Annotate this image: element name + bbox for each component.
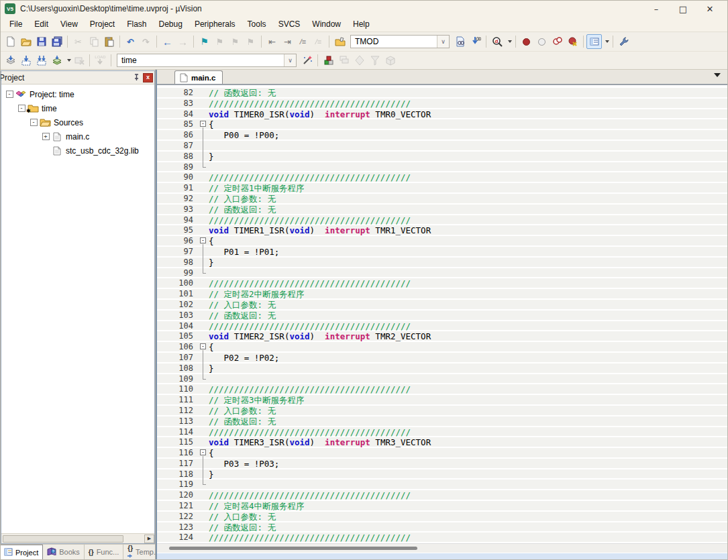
code-line-115[interactable]: 115void TIMER3_ISR(void) interrupt TMR3_…: [157, 437, 727, 448]
navigate-back-button[interactable]: ←: [160, 34, 175, 49]
code-line-124[interactable]: 124/////////////////////////////////////…: [157, 533, 727, 543]
breakpoint-enable-button[interactable]: [534, 34, 550, 49]
target-select-combo[interactable]: time ∨: [117, 54, 297, 67]
menu-tools[interactable]: Tools: [242, 17, 272, 31]
uncomment-button[interactable]: /≡: [311, 34, 326, 49]
menu-window[interactable]: Window: [306, 17, 347, 31]
code-line-106[interactable]: 106-{: [157, 342, 727, 353]
menu-peripherals[interactable]: Peripherals: [189, 17, 242, 31]
bottom-tab-func[interactable]: {}Func...: [85, 545, 123, 559]
code-line-86[interactable]: 86 P00 = !P00;: [157, 130, 727, 141]
windows-layout-dropdown[interactable]: [602, 34, 610, 49]
code-line-112[interactable]: 112// 入口参数: 无: [157, 406, 727, 416]
code-line-102[interactable]: 102// 入口参数: 无: [157, 300, 727, 311]
open-file-button[interactable]: [18, 34, 34, 49]
fold-collapse-icon[interactable]: -: [199, 119, 209, 130]
breakpoint-toggle-button[interactable]: [519, 34, 534, 49]
menu-flash[interactable]: Flash: [121, 17, 152, 31]
code-line-95[interactable]: 95void TIMER1_ISR(void) interrupt TMR1_V…: [157, 225, 727, 236]
cut-button[interactable]: ✂: [70, 34, 86, 49]
options-for-target-button[interactable]: [299, 53, 315, 68]
find-magnifier-button[interactable]: d: [489, 34, 505, 49]
target-select-dropdown[interactable]: ∨: [284, 54, 296, 66]
close-button[interactable]: ✕: [696, 1, 723, 16]
menu-debug[interactable]: Debug: [153, 17, 189, 31]
code-line-99[interactable]: 99: [157, 268, 727, 279]
unindent-button[interactable]: ⇤: [264, 34, 280, 49]
code-line-118[interactable]: 118}: [157, 469, 727, 480]
code-line-98[interactable]: 98}: [157, 258, 727, 268]
pin-icon[interactable]: [132, 73, 141, 82]
bookmark-next-button[interactable]: ⚑: [227, 34, 243, 49]
find-combo-dropdown[interactable]: ∨: [437, 36, 449, 48]
collapse-icon[interactable]: -: [30, 119, 38, 126]
target-select-value[interactable]: time: [117, 56, 284, 65]
batch-build-dropdown[interactable]: [64, 53, 71, 68]
fold-collapse-icon[interactable]: -: [199, 342, 209, 353]
breakpoint-kill-all-button[interactable]: [565, 34, 580, 49]
code-line-85[interactable]: 85-{: [157, 119, 727, 130]
code-line-96[interactable]: 96-{: [157, 236, 727, 247]
editor-hscroll-thumb[interactable]: [169, 547, 417, 550]
code-line-119[interactable]: 119: [157, 480, 727, 490]
software-packs-button[interactable]: [352, 53, 367, 68]
code-line-82[interactable]: 82// 函数返回: 无: [157, 88, 727, 99]
copy-button[interactable]: [86, 34, 101, 49]
code-line-105[interactable]: 105void TIMER2_ISR(void) interrupt TMR2_…: [157, 331, 727, 342]
code-line-92[interactable]: 92// 入口参数: 无: [157, 194, 727, 205]
code-line-93[interactable]: 93// 函数返回: 无: [157, 205, 727, 215]
fold-collapse-icon[interactable]: -: [199, 448, 209, 459]
tree-item-stc-usb-cdc-32g-lib[interactable]: stc_usb_cdc_32g.lib: [1, 144, 154, 158]
code-line-121[interactable]: 121// 定时器4中断服务程序: [157, 501, 727, 512]
filter-funnel-button[interactable]: [367, 53, 382, 68]
project-hscroll-thumb[interactable]: [3, 535, 123, 543]
download-button[interactable]: LOAD: [93, 53, 108, 68]
tree-item-sources[interactable]: -Sources: [1, 115, 154, 129]
bookmark-prev-button[interactable]: ⚑: [212, 34, 227, 49]
new-file-button[interactable]: [3, 34, 18, 49]
code-line-116[interactable]: 116-{: [157, 448, 727, 459]
menu-svcs[interactable]: SVCS: [272, 17, 307, 31]
bookmark-toggle-button[interactable]: ⚑: [197, 34, 212, 49]
redo-button[interactable]: ↷: [138, 34, 154, 49]
code-line-87[interactable]: 87: [157, 141, 727, 152]
menu-file[interactable]: File: [3, 17, 28, 31]
project-hscroll-right-arrow[interactable]: ▶: [144, 535, 154, 543]
configure-wrench-button[interactable]: [616, 34, 631, 49]
menu-view[interactable]: View: [54, 17, 84, 31]
code-line-100[interactable]: 100/////////////////////////////////////…: [157, 278, 727, 289]
code-line-89[interactable]: 89: [157, 162, 727, 173]
multi-project-button[interactable]: [336, 53, 352, 68]
code-line-107[interactable]: 107 P02 = !P02;: [157, 353, 727, 363]
tab-main-c[interactable]: main.c: [174, 70, 223, 84]
bookmark-clear-button[interactable]: ⚑: [243, 34, 258, 49]
translate-file-button[interactable]: [3, 53, 18, 68]
code-editor[interactable]: 82// 函数返回: 无83//////////////////////////…: [157, 85, 727, 543]
code-line-91[interactable]: 91// 定时器1中断服务程序: [157, 183, 727, 194]
code-line-123[interactable]: 123// 函数返回: 无: [157, 522, 727, 533]
menu-project[interactable]: Project: [84, 17, 121, 31]
code-line-88[interactable]: 88}: [157, 152, 727, 162]
windows-layout-button[interactable]: [586, 34, 602, 49]
tree-item-time[interactable]: -✱time: [1, 101, 154, 115]
code-line-120[interactable]: 120/////////////////////////////////////…: [157, 490, 727, 501]
panel-close-icon[interactable]: x: [143, 73, 153, 82]
pack-installer-button[interactable]: [382, 53, 398, 68]
editor-hscrollbar[interactable]: [157, 543, 727, 553]
minimize-button[interactable]: –: [643, 1, 670, 16]
find-magnifier-dropdown[interactable]: [505, 34, 513, 49]
tab-list-dropdown-icon[interactable]: [714, 73, 721, 77]
maximize-button[interactable]: □: [670, 1, 696, 16]
menu-edit[interactable]: Edit: [28, 17, 54, 31]
code-line-122[interactable]: 122// 入口参数: 无: [157, 512, 727, 522]
tree-item-main-c[interactable]: +main.c: [1, 129, 154, 144]
code-line-94[interactable]: 94//////////////////////////////////////…: [157, 215, 727, 226]
save-button[interactable]: [34, 34, 49, 49]
code-line-101[interactable]: 101// 定时器2中断服务程序: [157, 289, 727, 300]
stop-build-button[interactable]: [71, 53, 87, 68]
code-line-104[interactable]: 104/////////////////////////////////////…: [157, 321, 727, 332]
collapse-icon[interactable]: -: [6, 91, 13, 98]
code-line-109[interactable]: 109: [157, 374, 727, 385]
find-folder-icon[interactable]: [332, 34, 348, 49]
save-all-button[interactable]: [49, 34, 64, 49]
